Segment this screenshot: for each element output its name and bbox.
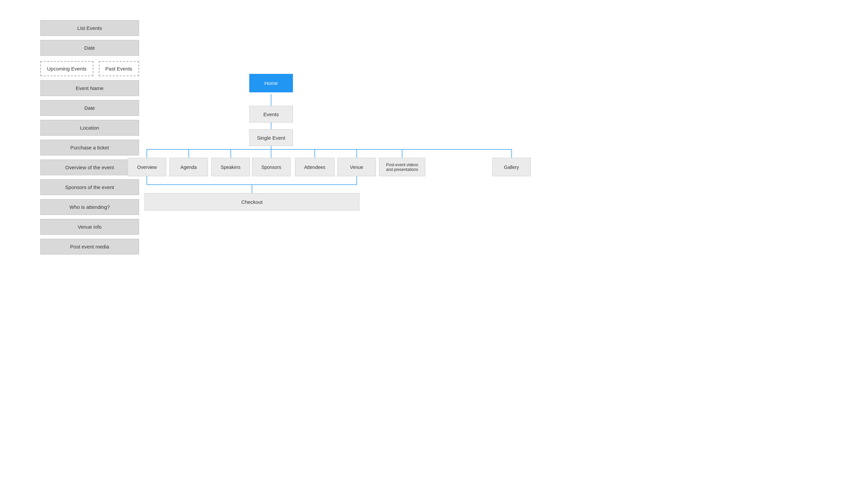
tree-node-agenda[interactable]: Agenda	[169, 158, 208, 176]
sidebar-item-overview[interactable]: Overview of the event	[40, 160, 139, 175]
sidebar-item-post-event-media[interactable]: Post event media	[40, 239, 139, 254]
sidebar-item-sponsors-event[interactable]: Sponsors of the event	[40, 179, 139, 195]
tree-node-speakers[interactable]: Speakers	[211, 158, 250, 176]
tree-node-single-event[interactable]: Single Event	[249, 129, 293, 146]
sidebar-item-list-events[interactable]: List Events	[40, 20, 139, 36]
tree-node-events[interactable]: Events	[249, 106, 293, 122]
tree-connectors	[128, 74, 531, 235]
sidebar-item-upcoming-events[interactable]: Upcoming Events	[40, 61, 94, 76]
sidebar-item-date-2[interactable]: Date	[40, 100, 139, 116]
tree-node-post-event[interactable]: Post-event videos and presentations	[379, 158, 425, 176]
sidebar-item-purchase-ticket[interactable]: Purchase a ticket	[40, 140, 139, 155]
tree-diagram: Home Events Single Event Overview Agenda…	[128, 74, 531, 235]
dashed-group: Upcoming Events Past Events	[40, 61, 139, 76]
sidebar: List Events Date Upcoming Events Past Ev…	[40, 20, 139, 254]
tree-node-gallery[interactable]: Gallery	[492, 158, 531, 176]
sidebar-item-date-1[interactable]: Date	[40, 40, 139, 56]
sidebar-item-who-attending[interactable]: Who is attending?	[40, 199, 139, 215]
sidebar-item-location[interactable]: Location	[40, 120, 139, 136]
tree-node-overview[interactable]: Overview	[128, 158, 166, 176]
tree-node-home[interactable]: Home	[249, 74, 293, 92]
sidebar-item-event-name[interactable]: Event Name	[40, 80, 139, 96]
tree-node-sponsors[interactable]: Sponsors	[252, 158, 290, 176]
tree-node-checkout[interactable]: Checkout	[144, 193, 359, 210]
sidebar-item-venue-info[interactable]: Venue info	[40, 219, 139, 235]
tree-node-venue[interactable]: Venue	[337, 158, 376, 176]
tree-node-attendees[interactable]: Attendees	[295, 158, 334, 176]
